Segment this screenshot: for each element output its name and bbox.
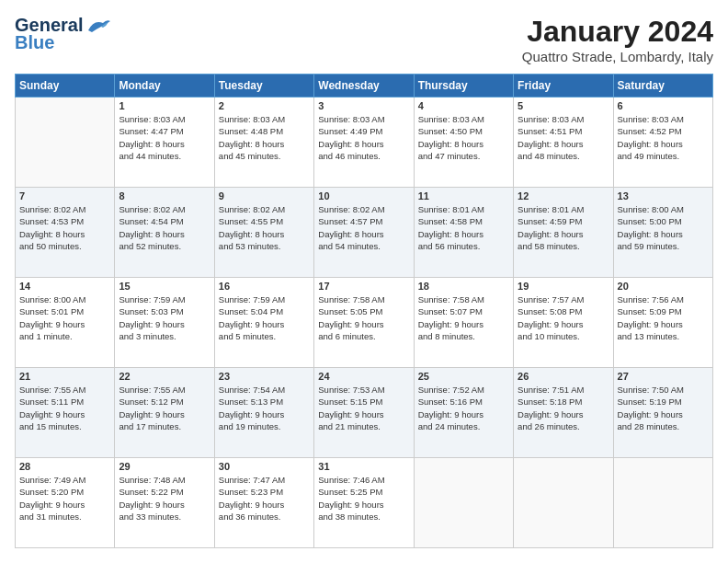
calendar-cell: 3Sunrise: 8:03 AM Sunset: 4:49 PM Daylig…	[314, 98, 414, 188]
calendar-cell: 17Sunrise: 7:58 AM Sunset: 5:05 PM Dayli…	[314, 278, 414, 368]
day-info: Sunrise: 7:48 AM Sunset: 5:22 PM Dayligh…	[119, 474, 210, 523]
day-info: Sunrise: 7:55 AM Sunset: 5:12 PM Dayligh…	[119, 384, 210, 432]
day-number: 11	[418, 190, 509, 201]
day-number: 21	[19, 371, 110, 382]
calendar-cell: 10Sunrise: 8:02 AM Sunset: 4:57 PM Dayli…	[314, 188, 414, 278]
day-info: Sunrise: 7:58 AM Sunset: 5:05 PM Dayligh…	[318, 293, 409, 342]
calendar-cell: 8Sunrise: 8:02 AM Sunset: 4:54 PM Daylig…	[115, 188, 214, 278]
day-info: Sunrise: 8:03 AM Sunset: 4:48 PM Dayligh…	[219, 113, 310, 162]
calendar-cell: 7Sunrise: 8:02 AM Sunset: 4:53 PM Daylig…	[16, 188, 115, 278]
day-number: 18	[418, 281, 509, 292]
calendar-cell: 25Sunrise: 7:52 AM Sunset: 5:16 PM Dayli…	[414, 368, 513, 458]
calendar-cell: 12Sunrise: 8:01 AM Sunset: 4:59 PM Dayli…	[514, 188, 613, 278]
day-number: 27	[618, 371, 709, 382]
title-block: January 2024 Quattro Strade, Lombardy, I…	[522, 15, 713, 64]
day-number: 19	[518, 281, 609, 292]
day-info: Sunrise: 8:03 AM Sunset: 4:47 PM Dayligh…	[119, 113, 210, 162]
calendar-cell: 13Sunrise: 8:00 AM Sunset: 5:00 PM Dayli…	[613, 188, 712, 278]
day-info: Sunrise: 7:54 AM Sunset: 5:13 PM Dayligh…	[219, 384, 310, 432]
calendar-header-wednesday: Wednesday	[314, 75, 414, 98]
calendar-cell: 27Sunrise: 7:50 AM Sunset: 5:19 PM Dayli…	[613, 368, 712, 458]
day-info: Sunrise: 8:03 AM Sunset: 4:49 PM Dayligh…	[318, 113, 409, 162]
page-subtitle: Quattro Strade, Lombardy, Italy	[522, 49, 713, 64]
calendar-cell: 28Sunrise: 7:49 AM Sunset: 5:20 PM Dayli…	[16, 458, 115, 548]
day-number: 31	[318, 461, 409, 472]
day-number: 25	[418, 371, 509, 382]
day-info: Sunrise: 7:51 AM Sunset: 5:18 PM Dayligh…	[518, 384, 609, 432]
day-info: Sunrise: 8:03 AM Sunset: 4:50 PM Dayligh…	[418, 113, 509, 162]
calendar-cell: 31Sunrise: 7:46 AM Sunset: 5:25 PM Dayli…	[314, 458, 414, 548]
day-info: Sunrise: 8:01 AM Sunset: 4:59 PM Dayligh…	[518, 203, 609, 252]
calendar-cell: 29Sunrise: 7:48 AM Sunset: 5:22 PM Dayli…	[115, 458, 214, 548]
day-number: 3	[318, 100, 409, 111]
calendar-cell: 30Sunrise: 7:47 AM Sunset: 5:23 PM Dayli…	[214, 458, 313, 548]
day-info: Sunrise: 7:49 AM Sunset: 5:20 PM Dayligh…	[19, 474, 110, 523]
calendar-cell: 20Sunrise: 7:56 AM Sunset: 5:09 PM Dayli…	[613, 278, 712, 368]
header: General Blue January 2024 Quattro Strade…	[15, 15, 713, 64]
day-number: 29	[119, 461, 210, 472]
calendar-cell	[514, 458, 613, 548]
day-info: Sunrise: 8:03 AM Sunset: 4:51 PM Dayligh…	[518, 113, 609, 162]
day-number: 20	[618, 281, 709, 292]
calendar-cell: 5Sunrise: 8:03 AM Sunset: 4:51 PM Daylig…	[514, 98, 613, 188]
calendar-cell: 4Sunrise: 8:03 AM Sunset: 4:50 PM Daylig…	[414, 98, 513, 188]
logo-bird-icon	[85, 17, 110, 34]
day-info: Sunrise: 7:56 AM Sunset: 5:09 PM Dayligh…	[618, 293, 709, 342]
calendar-header-thursday: Thursday	[414, 75, 513, 98]
day-info: Sunrise: 7:57 AM Sunset: 5:08 PM Dayligh…	[518, 293, 609, 342]
calendar-cell	[16, 98, 115, 188]
calendar-header-tuesday: Tuesday	[214, 75, 313, 98]
logo: General Blue	[15, 15, 110, 53]
page: General Blue January 2024 Quattro Strade…	[0, 0, 728, 563]
day-info: Sunrise: 7:55 AM Sunset: 5:11 PM Dayligh…	[19, 384, 110, 432]
day-number: 8	[119, 190, 210, 201]
day-info: Sunrise: 8:02 AM Sunset: 4:57 PM Dayligh…	[318, 203, 409, 252]
calendar-cell: 6Sunrise: 8:03 AM Sunset: 4:52 PM Daylig…	[613, 98, 712, 188]
calendar-cell: 19Sunrise: 7:57 AM Sunset: 5:08 PM Dayli…	[514, 278, 613, 368]
day-number: 14	[19, 281, 110, 292]
day-number: 4	[418, 100, 509, 111]
day-number: 24	[318, 371, 409, 382]
calendar-cell: 11Sunrise: 8:01 AM Sunset: 4:58 PM Dayli…	[414, 188, 513, 278]
day-info: Sunrise: 7:59 AM Sunset: 5:03 PM Dayligh…	[119, 293, 210, 342]
day-number: 7	[19, 190, 110, 201]
day-number: 17	[318, 281, 409, 292]
day-info: Sunrise: 7:50 AM Sunset: 5:19 PM Dayligh…	[618, 384, 709, 432]
day-info: Sunrise: 8:02 AM Sunset: 4:55 PM Dayligh…	[219, 203, 310, 252]
day-info: Sunrise: 8:02 AM Sunset: 4:54 PM Dayligh…	[119, 203, 210, 252]
day-info: Sunrise: 8:00 AM Sunset: 5:01 PM Dayligh…	[19, 293, 110, 342]
day-number: 2	[219, 100, 310, 111]
day-number: 26	[518, 371, 609, 382]
day-info: Sunrise: 8:01 AM Sunset: 4:58 PM Dayligh…	[418, 203, 509, 252]
calendar-header-row: SundayMondayTuesdayWednesdayThursdayFrid…	[16, 75, 713, 98]
calendar-cell	[414, 458, 513, 548]
day-number: 9	[219, 190, 310, 201]
calendar-cell: 18Sunrise: 7:58 AM Sunset: 5:07 PM Dayli…	[414, 278, 513, 368]
calendar-cell: 23Sunrise: 7:54 AM Sunset: 5:13 PM Dayli…	[214, 368, 313, 458]
calendar-cell: 9Sunrise: 8:02 AM Sunset: 4:55 PM Daylig…	[214, 188, 313, 278]
day-info: Sunrise: 8:02 AM Sunset: 4:53 PM Dayligh…	[19, 203, 110, 252]
day-number: 5	[518, 100, 609, 111]
day-number: 1	[119, 100, 210, 111]
day-info: Sunrise: 8:03 AM Sunset: 4:52 PM Dayligh…	[618, 113, 709, 162]
day-info: Sunrise: 7:53 AM Sunset: 5:15 PM Dayligh…	[318, 384, 409, 432]
day-number: 13	[618, 190, 709, 201]
day-number: 12	[518, 190, 609, 201]
calendar-header-saturday: Saturday	[613, 75, 712, 98]
logo-blue: Blue	[15, 32, 54, 53]
calendar-cell: 16Sunrise: 7:59 AM Sunset: 5:04 PM Dayli…	[214, 278, 313, 368]
day-number: 16	[219, 281, 310, 292]
calendar-week-row: 14Sunrise: 8:00 AM Sunset: 5:01 PM Dayli…	[16, 278, 713, 368]
calendar-week-row: 21Sunrise: 7:55 AM Sunset: 5:11 PM Dayli…	[16, 368, 713, 458]
day-info: Sunrise: 7:59 AM Sunset: 5:04 PM Dayligh…	[219, 293, 310, 342]
calendar-header-friday: Friday	[514, 75, 613, 98]
day-number: 28	[19, 461, 110, 472]
calendar-header-sunday: Sunday	[16, 75, 115, 98]
day-info: Sunrise: 7:58 AM Sunset: 5:07 PM Dayligh…	[418, 293, 509, 342]
calendar-week-row: 28Sunrise: 7:49 AM Sunset: 5:20 PM Dayli…	[16, 458, 713, 548]
calendar-cell: 2Sunrise: 8:03 AM Sunset: 4:48 PM Daylig…	[214, 98, 313, 188]
day-info: Sunrise: 8:00 AM Sunset: 5:00 PM Dayligh…	[618, 203, 709, 252]
calendar-cell: 22Sunrise: 7:55 AM Sunset: 5:12 PM Dayli…	[115, 368, 214, 458]
day-info: Sunrise: 7:52 AM Sunset: 5:16 PM Dayligh…	[418, 384, 509, 432]
calendar-table: SundayMondayTuesdayWednesdayThursdayFrid…	[15, 74, 713, 548]
